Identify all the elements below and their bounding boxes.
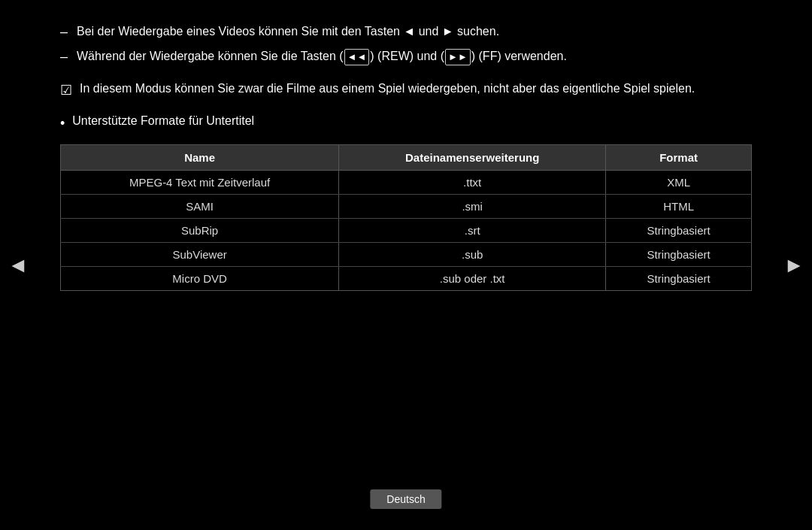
- col-header-name: Name: [61, 144, 339, 170]
- table-cell-1-0: SAMI: [61, 194, 339, 218]
- table-row: Micro DVD.sub oder .txtStringbasiert: [61, 266, 752, 290]
- nav-arrow-right[interactable]: ►: [783, 253, 804, 277]
- key-rew: ◄◄: [344, 49, 370, 65]
- table-cell-0-2: XML: [606, 170, 752, 194]
- table-header-row: Name Dateinamenserweiterung Format: [61, 144, 752, 170]
- col-header-format: Format: [606, 144, 752, 170]
- table-row: MPEG-4 Text mit Zeitverlauf.ttxtXML: [61, 170, 752, 194]
- list-item-2: – Während der Wiedergabe können Sie die …: [60, 47, 752, 66]
- col-header-ext: Dateinamenserweiterung: [339, 144, 606, 170]
- content-area: – Bei der Wiedergabe eines Videos können…: [45, 0, 767, 313]
- table-cell-4-1: .sub oder .txt: [339, 266, 606, 290]
- table-cell-0-0: MPEG-4 Text mit Zeitverlauf: [61, 170, 339, 194]
- table-cell-2-0: SubRip: [61, 218, 339, 242]
- table-cell-3-0: SubViewer: [61, 242, 339, 266]
- table-cell-1-2: HTML: [606, 194, 752, 218]
- nav-arrow-left[interactable]: ◄: [8, 253, 29, 277]
- bullet-list: – Bei der Wiedergabe eines Videos können…: [60, 23, 752, 66]
- table-row: SubRip.srtStringbasiert: [61, 218, 752, 242]
- table-cell-1-1: .smi: [339, 194, 606, 218]
- table-cell-0-1: .ttxt: [339, 170, 606, 194]
- note-block: ☑ In diesem Modus können Sie zwar die Fi…: [60, 80, 752, 101]
- key-ff: ►►: [445, 49, 471, 65]
- list-item-2-text: Während der Wiedergabe können Sie die Ta…: [77, 47, 567, 65]
- table-cell-2-2: Stringbasiert: [606, 218, 752, 242]
- list-item-1: – Bei der Wiedergabe eines Videos können…: [60, 23, 752, 41]
- language-badge[interactable]: Deutsch: [370, 489, 441, 509]
- table-cell-3-1: .sub: [339, 242, 606, 266]
- table-cell-4-0: Micro DVD: [61, 266, 339, 290]
- note-icon: ☑: [60, 80, 72, 101]
- subtitle-heading-section: • Unterstützte Formate für Untertitel: [60, 114, 752, 133]
- table-cell-3-2: Stringbasiert: [606, 242, 752, 266]
- dash-icon-1: –: [60, 23, 68, 41]
- note-text: In diesem Modus können Sie zwar die Film…: [80, 80, 695, 98]
- table-row: SAMI.smiHTML: [61, 194, 752, 218]
- dash-icon-2: –: [60, 47, 68, 66]
- bullet-dot: •: [60, 114, 65, 133]
- table-row: SubViewer.subStringbasiert: [61, 242, 752, 266]
- subtitle-heading: Unterstützte Formate für Untertitel: [72, 114, 254, 128]
- list-item-1-text: Bei der Wiedergabe eines Videos können S…: [77, 23, 499, 41]
- table-cell-4-2: Stringbasiert: [606, 266, 752, 290]
- table-cell-2-1: .srt: [339, 218, 606, 242]
- subtitle-table: Name Dateinamenserweiterung Format MPEG-…: [60, 144, 752, 291]
